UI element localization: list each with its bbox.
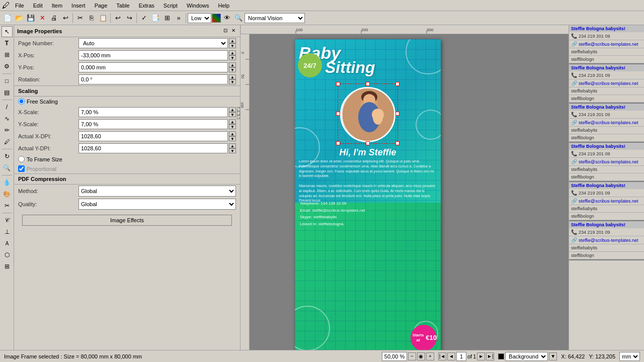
ypos-down[interactable]: ▼ — [229, 67, 236, 72]
image-effects-button[interactable]: Image Effects — [22, 215, 232, 226]
menu-help[interactable]: Help — [214, 2, 234, 10]
color-mgmt-button[interactable] — [212, 14, 221, 23]
measure-tool[interactable]: ⊥ — [2, 226, 13, 237]
thumb-item-5b[interactable]: 🔗 steffie@scribus-templates.net — [569, 197, 644, 205]
thumb-item-1a[interactable]: 📞 234 219 201 09 — [569, 32, 644, 40]
menu-windows[interactable]: Windows — [183, 2, 213, 10]
layer-down-button[interactable]: ▼ — [549, 352, 557, 360]
zoom-input[interactable] — [382, 352, 407, 361]
layers-tool[interactable]: ▤ — [2, 87, 13, 98]
xdpi-down[interactable]: ▼ — [229, 136, 236, 141]
thumb-item-2d[interactable]: steffibologn — [569, 95, 644, 103]
open-button[interactable]: 📂 — [14, 13, 25, 24]
canvas-scroll[interactable]: Baby Sitting 24/7 — [250, 34, 569, 350]
revert-button[interactable]: ↩ — [60, 13, 71, 24]
ydpi-down[interactable]: ▼ — [229, 148, 236, 153]
thumb-item-3a[interactable]: 📞 234 219 201 09 — [569, 111, 644, 119]
ydpi-input[interactable] — [78, 143, 228, 153]
prev-page-button[interactable]: ◄ — [447, 352, 455, 360]
preflight-button[interactable]: ✓ — [138, 13, 149, 24]
redo-button[interactable]: ↪ — [124, 13, 135, 24]
print-button[interactable]: 🖨 — [48, 13, 59, 24]
thumb-item-6b[interactable]: 🔗 steffie@scribus-templates.net — [569, 236, 644, 244]
xdpi-input[interactable] — [78, 131, 228, 141]
thumb-item-6c[interactable]: steffiebabyits — [569, 244, 644, 252]
yscale-input[interactable] — [78, 119, 228, 129]
preview-button[interactable]: 👁 — [221, 13, 232, 24]
xscale-chain-mid[interactable]: | — [237, 111, 240, 115]
to-frame-radio[interactable] — [18, 156, 25, 162]
grid-tool[interactable]: ⊞ — [2, 261, 13, 272]
pdf-method-select[interactable]: Global Automatic JPEG ZIP None — [78, 186, 236, 197]
close-button[interactable]: ✕ — [37, 13, 48, 24]
thumb-item-2b[interactable]: 🔗 steffie@scribus-templates.net — [569, 79, 644, 87]
quality-select[interactable]: Low — [188, 13, 211, 23]
xscale-chain-bot[interactable]: ⊥ — [237, 115, 240, 119]
shape-tool[interactable]: □ — [2, 75, 13, 86]
page-number-up[interactable]: ▲ — [229, 38, 236, 43]
proportional-check[interactable] — [18, 165, 25, 172]
eyedropper-tool[interactable]: 💧 — [2, 177, 13, 188]
line-tool[interactable]: / — [2, 102, 13, 113]
ypos-up[interactable]: ▲ — [229, 62, 236, 67]
zoom-original-button[interactable]: ◉ — [417, 352, 425, 360]
color-tool[interactable]: 🎨 — [2, 189, 13, 200]
select-tool[interactable]: ↖ — [2, 26, 13, 37]
thumb-item-1d[interactable]: steffibologn — [569, 56, 644, 63]
menu-edit[interactable]: Edit — [29, 2, 47, 10]
ydpi-up[interactable]: ▲ — [229, 143, 236, 148]
pdf2-button[interactable]: ⊞ — [162, 13, 173, 24]
vision-select[interactable]: Normal Vision — [245, 13, 305, 23]
zoom-tool[interactable]: 🔍 — [2, 162, 13, 173]
zoom-in-button[interactable]: + — [426, 352, 434, 360]
thumb-item-1b[interactable]: 🔗 steffie@scribus-templates.net — [569, 40, 644, 48]
rotation-input[interactable] — [78, 74, 228, 84]
rotation-down[interactable]: ▼ — [229, 79, 236, 84]
xscale-input[interactable] — [78, 107, 228, 117]
unit-select[interactable]: mm pt in px — [619, 352, 640, 361]
xpos-input[interactable] — [78, 50, 228, 60]
xpos-up[interactable]: ▲ — [229, 50, 236, 55]
thumb-item-6a[interactable]: 📞 234 219 201 09 — [569, 228, 644, 236]
undo-button[interactable]: ↩ — [112, 13, 123, 24]
copy-button[interactable]: ⎘ — [86, 13, 97, 24]
thumb-item-4a[interactable]: 📞 234 219 201 09 — [569, 150, 644, 158]
page-number-select[interactable]: Auto — [78, 38, 228, 48]
settings-tool[interactable]: ⚙ — [2, 61, 13, 72]
save-button[interactable]: 💾 — [25, 13, 36, 24]
ypos-input[interactable] — [78, 62, 228, 72]
thumb-item-5a[interactable]: 📞 234 219 201 09 — [569, 189, 644, 197]
node-tool[interactable]: ⬡ — [2, 249, 13, 260]
pencil-tool[interactable]: ✏ — [2, 125, 13, 136]
zoom-out-button[interactable]: − — [408, 352, 416, 360]
pdf-button[interactable]: 📑 — [150, 13, 161, 24]
bezier-tool[interactable]: ∿ — [2, 113, 13, 124]
thumb-item-4b[interactable]: 🔗 steffie@scribus-templates.net — [569, 158, 644, 166]
last-page-button[interactable]: ►| — [486, 352, 494, 360]
yscale-down[interactable]: ▼ — [229, 124, 236, 129]
image-tool[interactable]: ⊞ — [2, 49, 13, 60]
rotate-tool[interactable]: ↻ — [2, 151, 13, 162]
paste-button[interactable]: 📋 — [98, 13, 109, 24]
next-page-button[interactable]: ► — [477, 352, 485, 360]
xscale-up[interactable]: ▲ — [229, 107, 236, 112]
menu-insert[interactable]: Insert — [67, 2, 90, 10]
preview2-button[interactable]: 🔍 — [233, 13, 244, 24]
xdpi-up[interactable]: ▲ — [229, 131, 236, 136]
pdf-quality-select[interactable]: Global Maximum High Medium Low Minimum — [78, 199, 236, 210]
thumb-item-6d[interactable]: steffibologn — [569, 252, 644, 259]
menu-script[interactable]: Script — [159, 2, 182, 10]
cut-button[interactable]: ✂ — [74, 13, 86, 24]
menu-table[interactable]: Table — [112, 2, 133, 10]
thumb-item-4d[interactable]: steffibologn — [569, 173, 644, 181]
freehand-tool[interactable]: 🖊 — [2, 136, 13, 147]
thumb-item-5d[interactable]: steffibologn — [569, 213, 644, 220]
free-scaling-radio[interactable] — [18, 98, 25, 105]
first-page-button[interactable]: |◄ — [438, 352, 446, 360]
thumb-item-3d[interactable]: steffibologn — [569, 134, 644, 142]
xpos-down[interactable]: ▼ — [229, 55, 236, 60]
thumb-item-1c[interactable]: steffiebabyits — [569, 48, 644, 56]
layer-select[interactable]: Background — [505, 352, 548, 361]
thumb-item-5c[interactable]: steffiebabyits — [569, 205, 644, 213]
page-number-down[interactable]: ▼ — [229, 43, 236, 48]
